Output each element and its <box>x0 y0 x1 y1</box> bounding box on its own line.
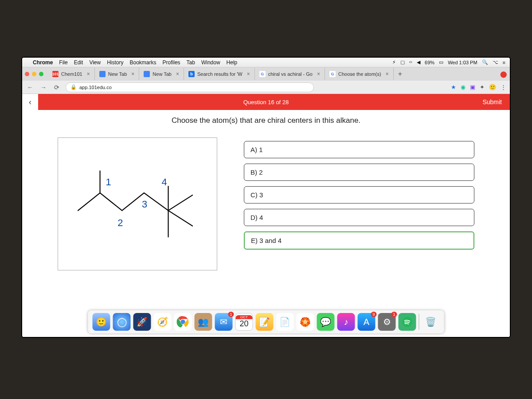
wifi-signal-icon[interactable]: ⌔ <box>409 60 412 65</box>
tab-close-icon[interactable]: × <box>386 71 389 77</box>
mail-badge: 1 <box>228 312 234 317</box>
dock-reminders-icon[interactable]: 📝 <box>256 313 274 331</box>
tab-label: Chem101 <box>61 71 82 77</box>
minimize-window-button[interactable] <box>32 72 36 76</box>
menu-edit[interactable]: Edit <box>74 59 83 66</box>
tab-favicon: b <box>188 71 195 77</box>
calendar-day: 20 <box>239 319 248 329</box>
battery-percent[interactable]: 69% <box>425 60 434 65</box>
atom-label-2: 2 <box>117 217 123 228</box>
menu-window[interactable]: Window <box>201 59 220 66</box>
spotlight-icon[interactable]: 🔍 <box>482 59 488 65</box>
reload-button[interactable]: ⟳ <box>52 84 61 91</box>
prefs-badge: 1 <box>391 312 397 317</box>
menu-history[interactable]: History <box>107 59 123 66</box>
back-button[interactable]: ← <box>26 84 35 91</box>
extension-grammarly-icon[interactable]: ◉ <box>461 84 466 90</box>
question-prompt: Choose the atom(s) that are chiral cente… <box>58 116 474 125</box>
fullscreen-button[interactable] <box>39 72 43 76</box>
app-name[interactable]: Chrome <box>33 59 53 66</box>
wifi-icon[interactable]: ⚡︎ <box>392 59 396 65</box>
dock-divider <box>419 314 419 330</box>
dock-notes-icon[interactable]: 📄 <box>276 313 294 331</box>
molecule-diagram[interactable]: 1 2 3 4 <box>58 137 217 270</box>
dock-mail-icon[interactable]: ✉︎ 1 <box>215 313 233 331</box>
dock-launchpad-icon[interactable]: 🚀 <box>133 313 151 331</box>
atom-label-4: 4 <box>162 176 167 188</box>
tab-label: New Tab <box>108 71 127 77</box>
tab-close-icon[interactable]: × <box>247 71 250 77</box>
dock-spotify-icon[interactable] <box>399 313 416 331</box>
answer-choice[interactable]: C) 3 <box>244 186 474 203</box>
control-center-icon[interactable]: ⌥ <box>493 59 498 65</box>
menu-profiles[interactable]: Profiles <box>163 59 180 66</box>
dock-trash-icon[interactable]: 🗑️ <box>422 313 440 331</box>
dock-safari-icon[interactable]: 🧭 <box>154 313 172 331</box>
calendar-month: OCT <box>236 315 253 319</box>
laptop-screen: Chrome File Edit View History Bookmarks … <box>22 58 510 337</box>
menubar-clock[interactable]: Wed 1:03 PM <box>448 60 477 65</box>
dock-music-icon[interactable]: ♪ <box>337 313 355 331</box>
tab-label: chiral vs achiral - Go <box>268 71 313 77</box>
answer-choices: A) 1B) 2C) 3D) 4E) 3 and 4 <box>244 137 474 250</box>
dock-systemprefs-icon[interactable]: ⚙︎ 1 <box>378 313 396 331</box>
tab-close-icon[interactable]: × <box>87 71 90 77</box>
tab-close-icon[interactable]: × <box>317 71 320 77</box>
menu-file[interactable]: File <box>59 59 67 66</box>
macos-menubar: Chrome File Edit View History Bookmarks … <box>22 58 510 67</box>
dock-appstore-icon[interactable]: A 9 <box>358 313 376 331</box>
tab-close-icon[interactable]: × <box>131 71 134 77</box>
dock-photos-icon[interactable]: 🏵️ <box>297 313 314 331</box>
dock-calendar-icon[interactable]: OCT 20 <box>235 313 253 331</box>
new-tab-button[interactable]: + <box>394 70 407 78</box>
macos-dock: 🙂 ◯ 🚀 🧭 👥 ✉︎ 1 OCT 20 📝 📄 🏵️ 💬 ♪ A 9 <box>88 310 444 333</box>
bookmark-star-icon[interactable]: ★ <box>451 84 456 90</box>
browser-tab[interactable]: New Tab× <box>139 68 184 80</box>
notification-center-icon[interactable]: ≡ <box>503 60 505 65</box>
dock-finder-icon[interactable]: 🙂 <box>93 313 110 331</box>
answer-choice[interactable]: A) 1 <box>244 141 474 158</box>
question-back-button[interactable]: ‹ <box>22 94 38 110</box>
extensions-puzzle-icon[interactable]: ✦ <box>480 84 485 90</box>
close-window-button[interactable] <box>25 72 29 76</box>
chrome-alert-icon[interactable]: ⬤ <box>500 70 507 78</box>
omnibox[interactable]: 🔒 app.101edu.co <box>66 82 314 92</box>
menu-tab[interactable]: Tab <box>187 59 195 66</box>
tab-favicon: G <box>259 71 266 77</box>
atom-label-3: 3 <box>142 199 147 210</box>
address-bar: ← → ⟳ 🔒 app.101edu.co ★ ◉ ▣ ✦ 🙂 ⋮ <box>22 81 510 94</box>
url-text: app.101edu.co <box>79 85 112 90</box>
profile-avatar-icon[interactable]: 🙂 <box>489 84 496 90</box>
browser-tab[interactable]: GChoose the atom(s)× <box>325 68 394 80</box>
answer-choice[interactable]: D) 4 <box>244 209 474 226</box>
answer-choice[interactable]: B) 2 <box>244 164 474 181</box>
volume-icon[interactable]: ◀︎ <box>417 59 420 65</box>
browser-tab[interactable]: 101Chem101× <box>48 68 95 80</box>
forward-button[interactable]: → <box>39 84 48 91</box>
menu-view[interactable]: View <box>89 59 101 66</box>
answer-choice[interactable]: E) 3 and 4 <box>244 231 474 250</box>
browser-tab[interactable]: New Tab× <box>95 68 140 80</box>
question-body: Choose the atom(s) that are chiral cente… <box>22 110 510 337</box>
chrome-menu-icon[interactable]: ⋮ <box>501 84 506 90</box>
tab-label: Choose the atom(s) <box>338 71 381 77</box>
screen-mirror-icon[interactable]: ▢ <box>400 59 405 65</box>
svg-line-4 <box>168 211 193 226</box>
appstore-badge: 9 <box>371 312 376 317</box>
extension-icon[interactable]: ▣ <box>470 84 475 90</box>
dock-contacts-icon[interactable]: 👥 <box>195 313 212 331</box>
menu-bookmarks[interactable]: Bookmarks <box>130 59 156 66</box>
browser-tab[interactable]: bSearch results for 'W× <box>184 68 255 80</box>
submit-button[interactable]: Submit <box>474 98 510 106</box>
dock-siri-icon[interactable]: ◯ <box>113 313 131 331</box>
lock-icon: 🔒 <box>70 84 77 90</box>
tab-favicon: G <box>329 71 336 77</box>
tab-label: New Tab <box>153 71 172 77</box>
dock-chrome-icon[interactable] <box>174 313 192 331</box>
browser-tab[interactable]: Gchiral vs achiral - Go× <box>255 68 325 80</box>
tab-favicon <box>99 71 106 77</box>
tab-close-icon[interactable]: × <box>176 71 179 77</box>
tab-favicon <box>144 71 150 77</box>
dock-messages-icon[interactable]: 💬 <box>317 313 335 331</box>
menu-help[interactable]: Help <box>227 59 238 66</box>
